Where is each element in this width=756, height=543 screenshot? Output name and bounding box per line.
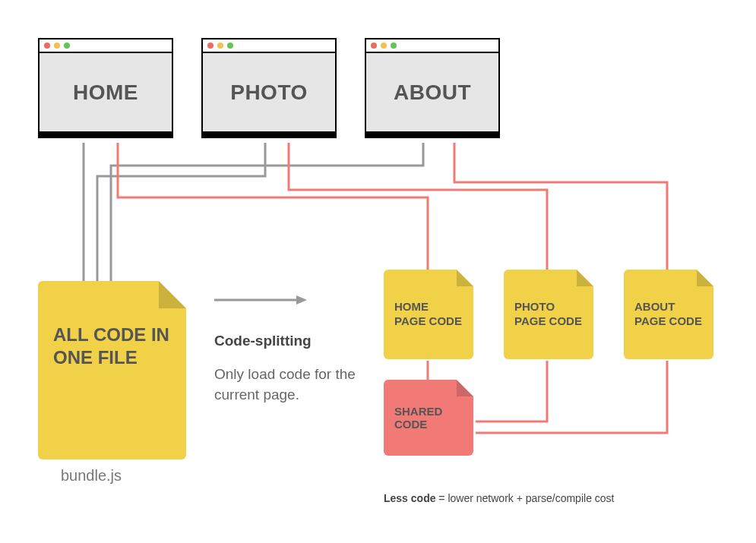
window-titlebar bbox=[40, 39, 172, 53]
file-fold-icon bbox=[159, 281, 186, 308]
window-titlebar bbox=[203, 39, 335, 53]
chunk-label: PHOTO PAGE CODE bbox=[514, 300, 583, 329]
bundle-caption: bundle.js bbox=[61, 467, 122, 485]
footnote-bold: Less code bbox=[384, 492, 435, 504]
chunk-shared: SHARED CODE bbox=[384, 380, 473, 456]
bundle-file: ALL CODE IN ONE FILE bbox=[38, 281, 186, 459]
chunk-photo: PHOTO PAGE CODE bbox=[504, 270, 593, 359]
diagram-canvas: HOME PHOTO ABOUT ALL CODE IN ONE FILE bu… bbox=[0, 0, 756, 543]
footnote-rest: = lower network + parse/compile cost bbox=[435, 492, 614, 504]
browser-label: PHOTO bbox=[203, 53, 335, 137]
browser-home: HOME bbox=[38, 38, 173, 138]
file-fold-icon bbox=[697, 270, 713, 286]
close-dot-icon bbox=[207, 43, 214, 49]
file-fold-icon bbox=[577, 270, 593, 286]
svg-marker-1 bbox=[296, 295, 307, 305]
chunk-label: SHARED CODE bbox=[394, 405, 463, 431]
footnote: Less code = lower network + parse/compil… bbox=[384, 492, 614, 504]
file-fold-icon bbox=[457, 380, 473, 396]
window-titlebar bbox=[366, 39, 498, 53]
file-fold-icon bbox=[457, 270, 473, 286]
minimize-dot-icon bbox=[54, 43, 60, 49]
maximize-dot-icon bbox=[64, 43, 70, 49]
maximize-dot-icon bbox=[391, 43, 397, 49]
chunk-label: ABOUT PAGE CODE bbox=[634, 300, 703, 329]
chunk-about: ABOUT PAGE CODE bbox=[624, 270, 713, 359]
minimize-dot-icon bbox=[217, 43, 223, 49]
code-splitting-body: Only load code for the current page. bbox=[214, 365, 359, 405]
chunk-home: HOME PAGE CODE bbox=[384, 270, 473, 359]
bundle-file-label: ALL CODE IN ONE FILE bbox=[53, 324, 169, 368]
chunk-label: HOME PAGE CODE bbox=[394, 300, 463, 329]
maximize-dot-icon bbox=[227, 43, 233, 49]
browser-label: HOME bbox=[40, 53, 172, 137]
code-splitting-title: Code-splitting bbox=[214, 333, 312, 349]
minimize-dot-icon bbox=[381, 43, 387, 49]
browser-label: ABOUT bbox=[366, 53, 498, 137]
browser-photo: PHOTO bbox=[201, 38, 337, 138]
browser-about: ABOUT bbox=[365, 38, 500, 138]
close-dot-icon bbox=[44, 43, 50, 49]
close-dot-icon bbox=[371, 43, 377, 49]
